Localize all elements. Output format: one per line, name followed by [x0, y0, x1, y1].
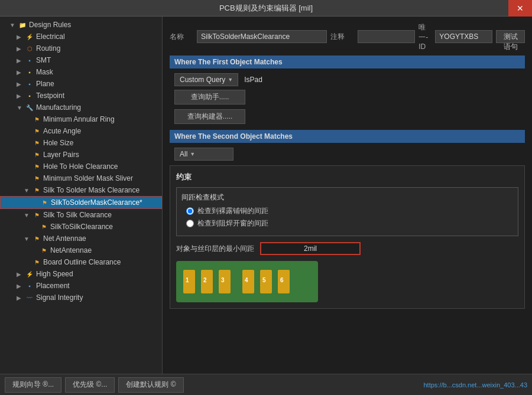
second-query-label: All: [180, 150, 187, 158]
tree-item-layer-pairs[interactable]: ▶ ⚑ Layer Pairs: [0, 149, 162, 161]
arrow-placement: ▶: [17, 283, 25, 289]
min-dist-row: 对象与丝印层的最小间距: [176, 242, 518, 255]
query-builder-button[interactable]: 查询构建器.....: [174, 109, 245, 124]
tree-item-silk-to-silk-rule[interactable]: ▶ ⚑ SilkToSilkClearance: [0, 221, 162, 233]
rule-icon-silk-to-solder: ⚑: [32, 185, 41, 195]
unique-id-input[interactable]: [435, 30, 492, 43]
rule-icon-min-solder: ⚑: [32, 174, 41, 183]
tree-item-manufacturing[interactable]: ▼ 🔧 Manufacturing: [0, 102, 162, 113]
rule-icon-hole-size: ⚑: [32, 138, 41, 148]
pad-num-3: 3: [221, 277, 225, 283]
bottom-bar: 规则向导 ®... 优先级 ©... 创建默认规则 © https://b...…: [0, 374, 532, 395]
close-button[interactable]: ✕: [508, 0, 532, 17]
tree-item-smt[interactable]: ▶ ▪ SMT: [0, 54, 162, 66]
tree-item-silk-to-solder-rule[interactable]: ▶ ⚑ SilkToSolderMaskClearance*: [0, 196, 162, 209]
folder-icon-signal-integrity: 〰: [25, 293, 34, 302]
priority-button[interactable]: 优先级 ©...: [65, 377, 115, 393]
arrow-testpoint: ▶: [17, 93, 25, 99]
main-layout: ▼ 📁 Design Rules ▶ ⚡ Electrical ▶ ⬡ Rout…: [0, 17, 532, 374]
name-input[interactable]: [197, 30, 327, 43]
folder-icon-placement: ▪: [25, 281, 34, 290]
pad-num-1: 1: [186, 277, 189, 283]
tree-label-silk-to-silk: Silk To Silk Clearance: [43, 211, 112, 219]
tree-label-board-outline: Board Outline Clearance: [43, 258, 121, 266]
helper-buttons: 查询助手.....: [170, 90, 525, 107]
query-value-text: IsPad: [242, 76, 262, 84]
tree-item-hole-size[interactable]: ▶ ⚑ Hole Size: [0, 137, 162, 149]
second-query-dropdown[interactable]: All ▼: [174, 148, 233, 161]
tree-item-high-speed[interactable]: ▶ ⚡ High Speed: [0, 268, 162, 280]
right-panel: 名称 注释 唯一-ID 测试语句 Where The First Object …: [163, 17, 532, 374]
rule-icon-layer-pairs: ⚑: [32, 150, 41, 159]
arrow-net-antennae: ▼: [24, 236, 32, 242]
rules-wizard-button[interactable]: 规则向导 ®...: [5, 377, 61, 393]
tree-item-hole-to-hole[interactable]: ▶ ⚑ Hole To Hole Clearance: [0, 161, 162, 172]
arrow-signal-integrity: ▶: [17, 295, 25, 301]
tree-item-silk-to-silk[interactable]: ▼ ⚑ Silk To Silk Clearance: [0, 209, 162, 221]
pcb-pad-3: 3: [219, 270, 231, 293]
arrow-electrical: ▶: [17, 34, 25, 40]
tree-label-net-antennae: Net Antennae: [43, 234, 86, 243]
test-button[interactable]: 测试语句: [496, 30, 525, 43]
tree-item-net-antennae[interactable]: ▼ ⚑ Net Antennae: [0, 233, 162, 244]
tree-label-silk-to-solder: Silk To Solder Mask Clearance: [43, 186, 140, 194]
tree-item-plane[interactable]: ▶ ▪ Plane: [0, 78, 162, 90]
rule-icon-min-annular: ⚑: [32, 115, 41, 124]
folder-icon-testpoint: ▪: [25, 91, 34, 100]
min-dist-input[interactable]: [260, 242, 361, 255]
query-row-second: All ▼: [170, 148, 525, 161]
rule-icon-silk-to-silk-rule: ⚑: [39, 222, 48, 231]
tree-item-min-annular[interactable]: ▶ ⚑ Minimum Annular Ring: [0, 113, 162, 125]
create-default-button[interactable]: 创建默认规则 ©: [118, 377, 183, 393]
arrow-mask: ▶: [17, 69, 25, 76]
arrow-routing: ▶: [17, 45, 25, 52]
radio-mode2[interactable]: [186, 220, 194, 227]
tree-item-min-solder[interactable]: ▶ ⚑ Minimum Solder Mask Sliver: [0, 172, 162, 184]
tree-label-signal-integrity: Signal Integrity: [36, 293, 83, 302]
tree-item-acute-angle[interactable]: ▶ ⚑ Acute Angle: [0, 125, 162, 137]
tree-item-board-outline[interactable]: ▶ ⚑ Board Outline Clearance: [0, 256, 162, 268]
tree-label-hole-size: Hole Size: [43, 139, 73, 147]
name-row: 名称 注释 唯一-ID 测试语句: [170, 22, 525, 51]
tree-item-silk-to-solder[interactable]: ▼ ⚑ Silk To Solder Mask Clearance: [0, 184, 162, 196]
tree-label-silk-to-solder-rule: SilkToSolderMaskClearance*: [51, 198, 142, 207]
tree-item-placement[interactable]: ▶ ▪ Placement: [0, 280, 162, 292]
rule-icon-net-antennae-rule: ⚑: [39, 246, 48, 255]
radio-label-mode2[interactable]: 检查到阻焊开窗的间距: [197, 218, 268, 228]
status-link[interactable]: https://b...csdn.net...weixin_403...43: [424, 381, 528, 389]
tree-item-signal-integrity[interactable]: ▶ 〰 Signal Integrity: [0, 292, 162, 303]
tree-item-electrical[interactable]: ▶ ⚡ Electrical: [0, 31, 162, 43]
pcb-pad-2: 2: [201, 270, 213, 293]
tree-item-testpoint[interactable]: ▶ ▪ Testpoint: [0, 90, 162, 102]
radio-label-mode1[interactable]: 检查到裸露铺铜的间距: [197, 206, 268, 216]
tree-item-mask[interactable]: ▶ ▪ Mask: [0, 66, 162, 78]
rule-icon-net-antennae: ⚑: [32, 234, 41, 243]
comment-label: 注释: [330, 32, 354, 42]
folder-icon-high-speed: ⚡: [25, 269, 34, 279]
tree-item-design-rules[interactable]: ▼ 📁 Design Rules: [0, 19, 162, 31]
pad-num-6: 6: [280, 277, 284, 283]
query-help-button[interactable]: 查询助手.....: [174, 90, 245, 105]
tree-label-placement: Placement: [36, 282, 70, 290]
constraint-title: 约束: [176, 172, 518, 182]
tree-label-layer-pairs: Layer Pairs: [43, 151, 79, 159]
radio-mode1[interactable]: [186, 207, 194, 215]
arrow-high-speed: ▶: [17, 271, 25, 278]
tree-label-electrical: Electrical: [36, 32, 65, 41]
tree-item-net-antennae-rule[interactable]: ▶ ⚑ NetAntennae: [0, 244, 162, 256]
tree-label-plane: Plane: [36, 80, 54, 88]
folder-icon-routing: ⬡: [25, 44, 34, 53]
pad-num-4: 4: [245, 277, 248, 283]
comment-input[interactable]: [358, 30, 415, 43]
left-panel: ▼ 📁 Design Rules ▶ ⚡ Electrical ▶ ⬡ Rout…: [0, 17, 163, 374]
tree-label-mask: Mask: [36, 68, 53, 76]
tree-item-routing[interactable]: ▶ ⬡ Routing: [0, 43, 162, 54]
rule-icon-board-outline: ⚑: [32, 257, 41, 267]
tree-label-min-annular: Minimum Annular Ring: [43, 115, 115, 123]
tree-label-min-solder: Minimum Solder Mask Sliver: [43, 174, 133, 182]
pad-num-2: 2: [203, 277, 207, 283]
window-title: PCB规则及约束编辑器 [mil]: [219, 3, 313, 14]
pcb-pad-1: 1: [183, 270, 195, 293]
custom-query-dropdown[interactable]: Custom Query ▼: [174, 73, 238, 86]
arrow-manufacturing: ▼: [17, 105, 25, 111]
